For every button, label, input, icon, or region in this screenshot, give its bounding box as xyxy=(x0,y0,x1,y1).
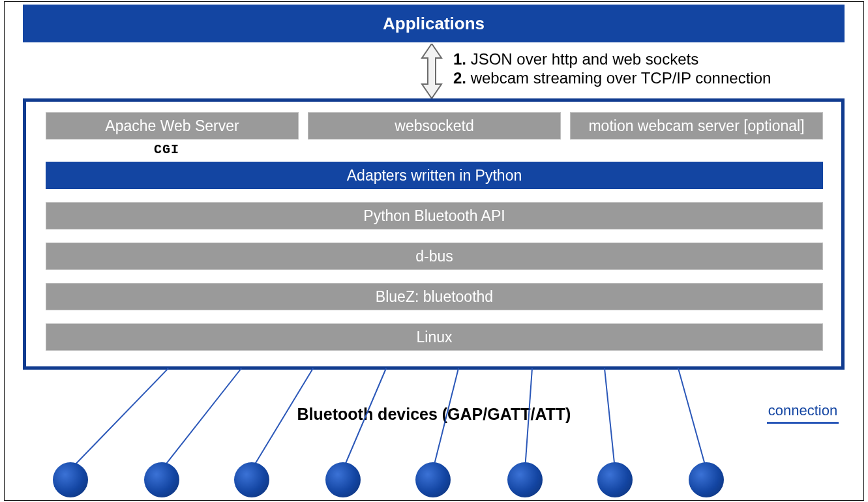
motion-webcam-server-layer: motion webcam server [optional] xyxy=(570,112,823,140)
cgi-label: CGI xyxy=(154,142,179,157)
applications-layer: Applications xyxy=(23,5,845,42)
websocketd-label: websocketd xyxy=(395,117,473,135)
adapters-python-layer: Adapters written in Python xyxy=(46,162,823,189)
bluetooth-device-node xyxy=(689,462,724,497)
server-stack-box: Apache Web Server websocketd motion webc… xyxy=(23,98,845,370)
apache-web-server-layer: Apache Web Server xyxy=(46,112,299,140)
bluetooth-device-node xyxy=(597,462,633,497)
bidirectional-arrow-icon xyxy=(421,44,443,98)
bluez-bluetoothd-layer: BlueZ: bluetoothd xyxy=(46,283,823,310)
connection-legend: connection xyxy=(767,402,839,424)
conn-line2-prefix: 2. xyxy=(453,69,466,87)
bluetooth-device-node xyxy=(415,462,451,497)
bluetooth-devices-label: Bluetooth devices (GAP/GATT/ATT) xyxy=(5,405,863,424)
bluetooth-device-node xyxy=(53,462,88,497)
applications-label: Applications xyxy=(383,14,485,34)
apache-label: Apache Web Server xyxy=(105,117,239,135)
bluetooth-device-node xyxy=(325,462,361,497)
bluetooth-device-node xyxy=(144,462,179,497)
connection-legend-line xyxy=(767,422,839,424)
motion-label: motion webcam server [optional] xyxy=(588,117,804,135)
python-bluetooth-api-layer: Python Bluetooth API xyxy=(46,202,823,229)
connection-description: 1. JSON over http and web sockets 2. web… xyxy=(453,50,771,88)
conn-line1: JSON over http and web sockets xyxy=(471,50,699,68)
connection-legend-label: connection xyxy=(768,402,837,419)
linux-layer: Linux xyxy=(46,323,823,351)
bluez-label: BlueZ: bluetoothd xyxy=(376,288,493,306)
bluetooth-device-node xyxy=(507,462,543,497)
pyapi-label: Python Bluetooth API xyxy=(363,207,505,225)
adapters-label: Adapters written in Python xyxy=(347,167,522,185)
conn-line2: webcam streaming over TCP/IP connection xyxy=(471,69,771,87)
dbus-label: d-bus xyxy=(415,248,453,265)
conn-line1-prefix: 1. xyxy=(453,50,466,68)
diagram-frame: Applications 1. JSON over http and web s… xyxy=(4,1,864,501)
bluetooth-device-node xyxy=(234,462,269,497)
linux-label: Linux xyxy=(417,329,453,346)
websocketd-layer: websocketd xyxy=(308,112,561,140)
d-bus-layer: d-bus xyxy=(46,243,823,270)
